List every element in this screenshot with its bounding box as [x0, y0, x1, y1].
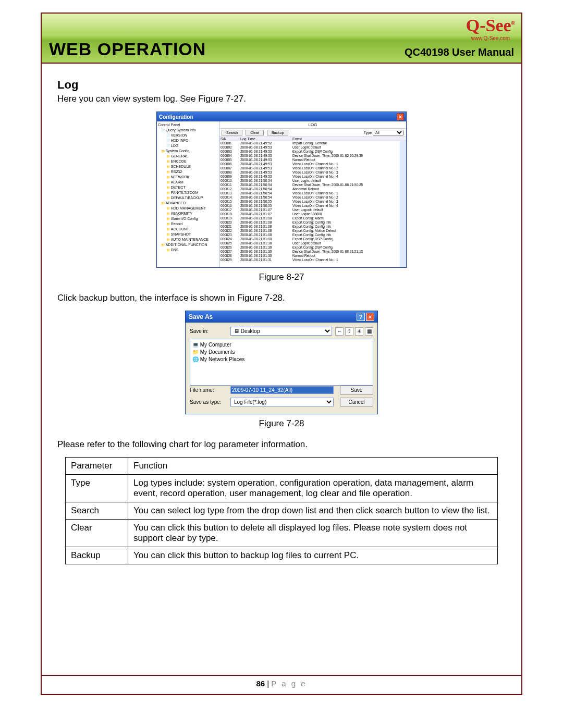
log-row[interactable]: 0000072000-01-08 21:49:53Video LossOn: C…	[219, 166, 400, 170]
chart-intro: Please refer to the following chart for …	[57, 439, 506, 450]
filename-input[interactable]	[230, 386, 334, 394]
log-table-header: S/N Log Time Event	[219, 137, 406, 141]
log-row[interactable]: 0000222000-01-08 21:51:08Export Config: …	[219, 229, 400, 233]
save-button[interactable]: Save	[340, 386, 373, 394]
tree-item[interactable]: Query System Info	[158, 128, 218, 133]
close-icon[interactable]: ×	[397, 113, 404, 120]
log-row[interactable]: 0000152000-01-08 21:50:55Video LossOn: C…	[219, 200, 400, 204]
tree-item[interactable]: ADVANCED	[158, 201, 218, 206]
log-row[interactable]: 0000272000-01-08 21:51:30Device Shut Dow…	[219, 250, 400, 254]
tree-item[interactable]: Record	[158, 221, 218, 227]
log-row[interactable]: 0000142000-01-08 21:50:54Video LossOn: C…	[219, 195, 400, 200]
log-row[interactable]: 0000172000-01-08 21:51:07User Logout: de…	[219, 208, 400, 212]
log-row[interactable]: 0000262000-01-08 21:51:30Export Config: …	[219, 245, 400, 250]
parameter-table: Parameter Function TypeLog types include…	[65, 457, 498, 564]
th-function: Function	[128, 458, 498, 475]
save-in-select[interactable]: 🖥 Desktop	[230, 327, 332, 336]
view-icon[interactable]: ▦	[365, 327, 373, 336]
search-button[interactable]: Search	[222, 130, 242, 135]
log-row[interactable]: 0000212000-01-08 21:51:08Export Config: …	[219, 225, 400, 229]
type-label: Type	[364, 131, 372, 134]
logo: Q-See® www.Q-See.com	[466, 16, 515, 41]
manual-name: QC40198 User Manual	[405, 46, 514, 58]
type-select[interactable]: All	[373, 130, 404, 135]
log-row[interactable]: 0000292000-01-08 21:51:31Video LossOn: C…	[219, 258, 400, 262]
up-icon[interactable]: ⇧	[345, 327, 353, 336]
page-footer: 86 | P a g e	[42, 675, 521, 688]
table-row: TypeLog types include: system operation,…	[66, 475, 498, 502]
log-row[interactable]: 0000122000-01-08 21:50:54Abnormal Reboot	[219, 187, 400, 191]
tree-item[interactable]: SCHEDULE	[158, 164, 218, 169]
header-bar: Q-See® www.Q-See.com WEB OPERATION QC401…	[42, 14, 521, 64]
log-row[interactable]: 0000102000-01-08 21:50:54User Login: def…	[219, 179, 400, 183]
page-title: WEB OPERATION	[49, 39, 206, 59]
table-row: ClearYou can click this button to delete…	[66, 520, 498, 547]
log-row[interactable]: 0000012000-01-08 21:49:52Import Config: …	[219, 141, 400, 145]
tree-item[interactable]: ENCODE	[158, 159, 218, 164]
log-row[interactable]: 0000282000-01-08 21:51:30Normal Reboot	[219, 254, 400, 258]
log-row[interactable]: 0000052000-01-08 21:49:53Normal Reboot	[219, 158, 400, 162]
tree-item[interactable]: System Config	[158, 149, 218, 154]
log-row[interactable]: 0000252000-01-08 21:51:30User Login: def…	[219, 241, 400, 245]
mid-text: Click backup button, the interface is sh…	[57, 293, 506, 303]
dialog-titlebar: Save As ? ×	[186, 311, 377, 323]
clear-button[interactable]: Clear	[246, 130, 264, 135]
help-icon[interactable]: ?	[357, 313, 365, 321]
tree-root: Control Panel	[158, 122, 218, 128]
dialog-toolbar: ← ⇧ ✳ ▦	[335, 327, 373, 336]
newfolder-icon[interactable]: ✳	[355, 327, 363, 336]
tree-item[interactable]: HDD MANAGEMENT	[158, 206, 218, 211]
figure-caption-27: Figure 8-27	[57, 272, 506, 282]
log-table-body[interactable]: 0000012000-01-08 21:49:52Import Config: …	[219, 141, 406, 267]
nav-tree[interactable]: Control Panel Query System InfoVERSIONHD…	[157, 121, 219, 267]
log-row[interactable]: 0000022000-01-08 21:49:53User Login: def…	[219, 145, 400, 150]
tree-item[interactable]: VERSION	[158, 133, 218, 138]
tree-item[interactable]: AUTO MAINTENANCE	[158, 237, 218, 242]
log-row[interactable]: 0000192000-01-08 21:51:08Export Config: …	[219, 216, 400, 220]
logo-url: www.Q-See.com	[466, 35, 515, 41]
log-row[interactable]: 0000232000-01-08 21:51:08Export Config: …	[219, 233, 400, 237]
tree-item[interactable]: NETWORK	[158, 175, 218, 180]
tree-item[interactable]: ALARM	[158, 180, 218, 185]
log-row[interactable]: 0000162000-01-08 21:50:55Video LossOn: C…	[219, 204, 400, 208]
dialog-title: Save As	[189, 313, 213, 320]
filename-label: File name:	[190, 387, 227, 393]
savetype-select[interactable]: Log File(*.log)	[230, 398, 334, 406]
logo-text: Q-See®	[466, 16, 515, 35]
tree-item[interactable]: DNS	[158, 248, 218, 253]
tree-item[interactable]: ADDITIONAL FUNCTION	[158, 242, 218, 248]
log-row[interactable]: 0000082000-01-08 21:49:53Video LossOn: C…	[219, 170, 400, 175]
log-row[interactable]: 0000112000-01-08 21:50:54Device Shut Dow…	[219, 183, 400, 187]
savetype-label: Save as type:	[190, 399, 227, 405]
log-row[interactable]: 0000062000-01-08 21:49:53Video LossOn: C…	[219, 162, 400, 166]
tree-item[interactable]: HDD INFO	[158, 138, 218, 143]
tree-item[interactable]: Alarm I/O Config	[158, 216, 218, 221]
tree-item[interactable]: RS232	[158, 169, 218, 175]
backup-button[interactable]: Backup	[267, 130, 288, 135]
tree-item[interactable]: GENERAL	[158, 154, 218, 159]
intro-text: Here you can view system log. See Figure…	[57, 94, 506, 104]
log-row[interactable]: 0000042000-01-08 21:49:53Device Shut Dow…	[219, 154, 400, 158]
log-row[interactable]: 0000132000-01-08 21:50:54Video LossOn: C…	[219, 191, 400, 195]
tree-item[interactable]: SNAPSHOT	[158, 232, 218, 237]
back-icon[interactable]: ←	[335, 327, 344, 336]
tree-item[interactable]: ABNORMITY	[158, 211, 218, 216]
tree-item[interactable]: ACCOUNT	[158, 227, 218, 232]
window-title: Configuration	[159, 114, 193, 120]
list-item[interactable]: 📁 My Documents	[192, 349, 371, 356]
close-icon[interactable]: ×	[366, 313, 374, 321]
file-list[interactable]: 💻 My Computer📁 My Documents🌐 My Network …	[190, 339, 373, 386]
log-row[interactable]: 0000202000-01-08 21:51:08Export Config: …	[219, 220, 400, 225]
cancel-button[interactable]: Cancel	[340, 398, 373, 406]
tree-item[interactable]: PAN/TILT/ZOOM	[158, 190, 218, 195]
tree-item[interactable]: DETECT	[158, 185, 218, 190]
log-row[interactable]: 0000092000-01-08 21:49:53Video LossOn: C…	[219, 175, 400, 179]
figure-caption-28: Figure 7-28	[57, 418, 506, 429]
list-item[interactable]: 💻 My Computer	[192, 341, 371, 349]
tree-item[interactable]: LOG	[158, 143, 218, 149]
log-row[interactable]: 0000032000-01-08 21:49:53Export Config: …	[219, 150, 400, 154]
log-row[interactable]: 0000182000-01-08 21:51:07User Login: 888…	[219, 212, 400, 216]
log-row[interactable]: 0000242000-01-08 21:51:08Export Config: …	[219, 237, 400, 241]
tree-item[interactable]: DEFAULT/BACKUP	[158, 195, 218, 201]
list-item[interactable]: 🌐 My Network Places	[192, 356, 371, 363]
